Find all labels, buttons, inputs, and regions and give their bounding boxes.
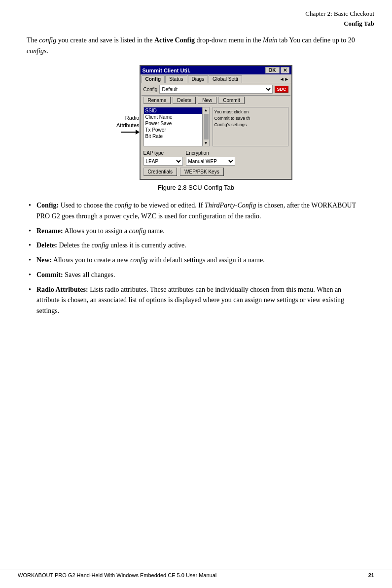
tab-config[interactable]: Config: [142, 75, 165, 83]
section-title: Config Tab: [18, 19, 374, 29]
bullet-config-term: Config:: [36, 202, 59, 209]
scu-titlebar-buttons: OK ✕: [265, 67, 289, 73]
list-item-txpower[interactable]: Tx Power: [144, 127, 202, 133]
bullet-commit: Commit: Saves all changes.: [27, 270, 365, 280]
intro-text-before: The: [27, 36, 39, 44]
scu-enc-select[interactable]: Manual WEP: [186, 157, 235, 166]
bullet-new-text2: with default settings and assign it a na…: [147, 256, 265, 264]
bullet-radio-term: Radio Attributes:: [36, 286, 88, 293]
scu-config-select[interactable]: Default: [159, 85, 273, 94]
scu-attribute-list[interactable]: SSID Client Name Power Save Tx Power Bit…: [143, 107, 203, 146]
bullet-config-italic: config: [114, 202, 132, 209]
bullet-new-term: New:: [36, 256, 52, 264]
scu-info-box: You must click on Commit to save th Conf…: [213, 107, 288, 146]
list-item-clientname[interactable]: Client Name: [144, 114, 202, 120]
bullet-commit-text: Saves all changes.: [65, 271, 115, 278]
intro-text-end: .: [46, 47, 48, 55]
intro-italic1: config: [39, 36, 56, 44]
scu-config-row: Config Default SDC: [141, 83, 291, 95]
tab-diags[interactable]: Diags: [188, 75, 209, 83]
bullet-commit-term: Commit:: [36, 271, 63, 278]
tab-status[interactable]: Status: [165, 75, 187, 83]
figure-container: RadioAttributes Summit Client Util. OK ✕: [27, 65, 365, 191]
bullet-new-text: Allows you to create a new: [53, 256, 130, 264]
scu-list-scrollbar[interactable]: ▲ ▼: [203, 107, 210, 146]
bullet-radio-attributes: Radio Attributes: Lists radio attributes…: [27, 284, 365, 316]
intro-text-middle1: you create and save is listed in the: [56, 36, 154, 44]
bullet-list: Config: Used to choose the config to be …: [27, 200, 365, 316]
bullet-delete: Delete: Deletes the config unless it is …: [27, 240, 365, 251]
list-item-bitrate[interactable]: Bit Rate: [144, 133, 202, 139]
scu-ok-button[interactable]: OK: [265, 67, 280, 73]
intro-text-middle2: drop-down menu in the: [195, 36, 263, 44]
scu-cred-row: Credentials WEP/PSK Keys: [141, 167, 291, 179]
scu-action-row: Rename Delete New Commit: [141, 96, 291, 105]
scu-sdc-badge: SDC: [275, 86, 288, 93]
scu-config-label: Config: [143, 87, 158, 92]
delete-button[interactable]: Delete: [173, 97, 196, 104]
footer-page-number: 21: [368, 572, 374, 578]
bullet-delete-term: Delete:: [36, 242, 57, 249]
figure-with-label: RadioAttributes Summit Client Util. OK ✕: [100, 65, 292, 180]
bullet-config: Config: Used to choose the config to be …: [27, 200, 365, 221]
bullet-delete-text2: unless it is currently active.: [109, 242, 186, 249]
new-button[interactable]: New: [198, 97, 216, 104]
scu-list-area: SSID Client Name Power Save Tx Power Bit…: [143, 107, 210, 146]
chapter-title: Chapter 2: Basic Checkout: [18, 9, 374, 19]
radio-arrow: [121, 130, 140, 135]
arrow-line: [121, 132, 136, 133]
main-content: The config you create and save is listed…: [0, 30, 392, 330]
list-item-powersave[interactable]: Power Save: [144, 120, 202, 127]
scu-eap-row: EAP type LEAP Encryption Manual WEP: [141, 148, 291, 167]
scu-close-button[interactable]: ✕: [281, 67, 289, 73]
scu-enc-group: Encryption Manual WEP: [186, 150, 235, 166]
credentials-button[interactable]: Credentials: [143, 168, 178, 176]
footer-left-text: WORKABOUT PRO G2 Hand-Held With Windows …: [18, 572, 216, 578]
scu-eap-group: EAP type LEAP: [143, 150, 183, 166]
intro-italic3: configs: [27, 47, 46, 55]
arrow-head: [136, 130, 140, 135]
scu-tabs: Config Status Diags Global Setti ◄►: [141, 74, 291, 83]
bullet-delete-text: Deletes the: [59, 242, 91, 249]
wep-psk-keys-button[interactable]: WEP/PSK Keys: [180, 168, 224, 176]
intro-bold1: Active Config: [154, 36, 195, 44]
rename-button[interactable]: Rename: [143, 97, 171, 104]
scroll-up-icon[interactable]: ▲: [204, 107, 209, 113]
bullet-config-text: Used to choose the: [61, 202, 115, 209]
tab-scroll-arrows[interactable]: ◄►: [279, 75, 290, 83]
list-item-ssid[interactable]: SSID: [144, 107, 202, 114]
page-footer: WORKABOUT PRO G2 Hand-Held With Windows …: [0, 569, 392, 578]
scroll-down-icon[interactable]: ▼: [204, 140, 209, 146]
bullet-new-italic: config: [130, 256, 147, 264]
scu-titlebar: Summit Client Util. OK ✕: [141, 66, 291, 74]
intro-italic2: Main: [263, 36, 278, 44]
bullet-delete-italic: config: [92, 242, 109, 249]
scroll-track: [204, 114, 209, 139]
bullet-config-italic2: ThirdParty-Config: [205, 202, 256, 209]
bullet-rename-text: Allows you to assign a: [64, 227, 129, 235]
scu-dialog: Summit Client Util. OK ✕ Config Status D…: [140, 65, 292, 180]
page-header: Chapter 2: Basic Checkout Config Tab: [0, 0, 392, 30]
figure-caption: Figure 2.8 SCU Config Tab: [158, 184, 234, 191]
radio-attributes-label-area: RadioAttributes: [100, 65, 140, 135]
bullet-rename-text2: name.: [146, 227, 164, 235]
intro-paragraph: The config you create and save is listed…: [27, 35, 365, 56]
bullet-rename-italic: config: [129, 227, 146, 235]
bullet-rename-term: Rename:: [36, 227, 63, 235]
scu-enc-label: Encryption: [186, 150, 235, 156]
radio-attributes-text: RadioAttributes: [116, 114, 139, 129]
scu-eap-label: EAP type: [143, 150, 183, 156]
bullet-rename: Rename: Allows you to assign a config na…: [27, 226, 365, 237]
scu-eap-select[interactable]: LEAP: [143, 157, 183, 166]
scu-body: SSID Client Name Power Save Tx Power Bit…: [141, 105, 291, 148]
tab-global-setti[interactable]: Global Setti: [209, 75, 242, 83]
bullet-config-text2: to be viewed or edited. If: [132, 202, 205, 209]
intro-text-middle3: tab You can define up to 20: [278, 36, 355, 44]
scu-info-text: You must click on Commit to save th Conf…: [214, 109, 250, 127]
scu-dialog-title: Summit Client Util.: [143, 68, 191, 73]
bullet-new: New: Allows you to create a new config w…: [27, 255, 365, 266]
commit-button[interactable]: Commit: [218, 97, 244, 104]
